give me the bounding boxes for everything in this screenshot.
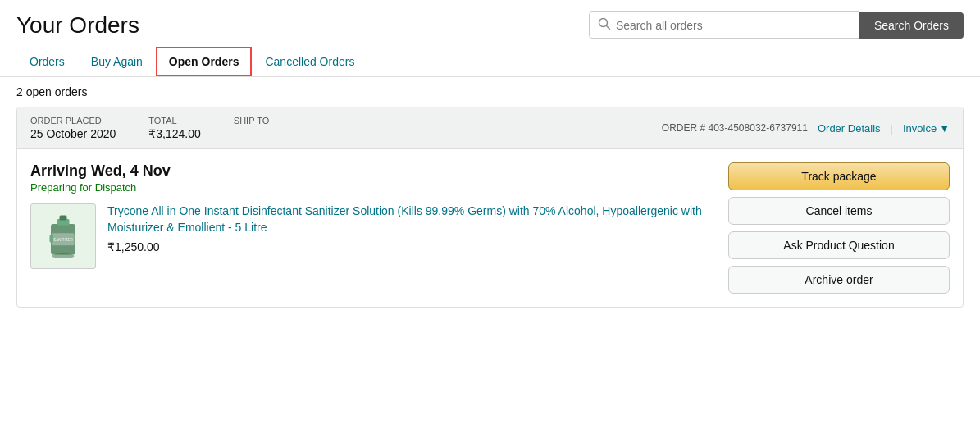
tab-orders[interactable]: Orders — [16, 47, 78, 76]
order-ship-to-label: SHIP TO — [234, 116, 269, 126]
dispatch-status: Preparing for Dispatch — [30, 181, 712, 194]
order-placed-group: ORDER PLACED 25 October 2020 — [30, 116, 116, 140]
product-price: ₹1,250.00 — [107, 240, 712, 253]
pipe-divider: | — [891, 122, 893, 135]
order-total-value: ₹3,124.00 — [148, 127, 201, 140]
page-title: Your Orders — [16, 12, 139, 39]
product-row: SANITIZER Trycone All in One Instant Dis… — [30, 203, 712, 269]
chevron-down-icon: ▼ — [939, 122, 950, 135]
tabs-bar: Orders Buy Again Open Orders Cancelled O… — [0, 47, 980, 77]
ask-product-question-button[interactable]: Ask Product Question — [728, 231, 950, 259]
svg-rect-4 — [60, 216, 67, 221]
cancel-items-button[interactable]: Cancel items — [728, 197, 950, 225]
arrival-title: Arriving Wed, 4 Nov — [30, 162, 712, 180]
order-header-left: ORDER PLACED 25 October 2020 TOTAL ₹3,12… — [30, 116, 269, 140]
search-icon — [598, 17, 611, 33]
search-orders-button[interactable]: Search Orders — [859, 12, 964, 39]
order-details-link[interactable]: Order Details — [818, 122, 881, 135]
order-card-header: ORDER PLACED 25 October 2020 TOTAL ₹3,12… — [17, 107, 963, 149]
order-body-right: Track package Cancel items Ask Product Q… — [728, 162, 950, 294]
order-total-label: TOTAL — [148, 116, 201, 126]
order-number: ORDER # 403-4508032-6737911 — [662, 122, 808, 134]
order-placed-date: 25 October 2020 — [30, 127, 116, 140]
order-card: ORDER PLACED 25 October 2020 TOTAL ₹3,12… — [16, 107, 964, 308]
order-header-right: ORDER # 403-4508032-6737911 Order Detail… — [662, 122, 950, 135]
svg-point-7 — [52, 253, 75, 258]
tab-open-orders[interactable]: Open Orders — [156, 47, 253, 76]
search-bar: Search Orders — [589, 11, 964, 39]
svg-rect-8 — [50, 235, 54, 243]
tab-cancelled-orders[interactable]: Cancelled Orders — [252, 47, 367, 76]
order-ship-to-group: SHIP TO — [234, 116, 269, 140]
archive-order-button[interactable]: Archive order — [728, 266, 950, 294]
invoice-dropdown[interactable]: Invoice ▼ — [903, 122, 950, 135]
product-name[interactable]: Trycone All in One Instant Disinfectant … — [107, 203, 712, 235]
orders-count: 2 open orders — [0, 77, 980, 107]
svg-line-1 — [606, 26, 609, 30]
search-input-wrapper — [589, 11, 859, 39]
order-total-group: TOTAL ₹3,124.00 — [148, 116, 201, 140]
tab-buy-again[interactable]: Buy Again — [78, 47, 156, 76]
product-image: SANITIZER — [30, 203, 96, 269]
track-package-button[interactable]: Track package — [728, 162, 950, 190]
svg-text:SANITIZER: SANITIZER — [53, 238, 73, 242]
order-card-body: Arriving Wed, 4 Nov Preparing for Dispat… — [17, 149, 963, 307]
search-input[interactable] — [616, 19, 850, 32]
order-body-left: Arriving Wed, 4 Nov Preparing for Dispat… — [30, 162, 712, 294]
order-placed-label: ORDER PLACED — [30, 116, 116, 126]
product-info: Trycone All in One Instant Disinfectant … — [107, 203, 712, 253]
